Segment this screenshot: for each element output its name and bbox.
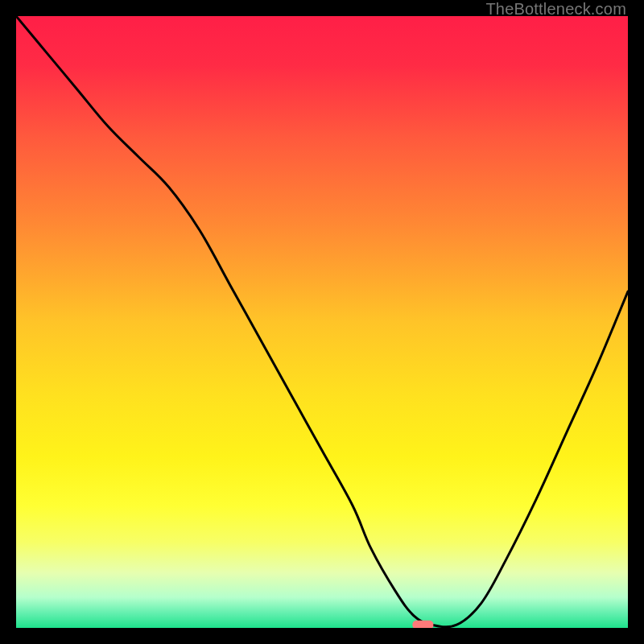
chart-frame: TheBottleneck.com — [0, 0, 644, 644]
plot-area — [16, 16, 628, 628]
heatmap-background — [16, 16, 628, 628]
watermark-text: TheBottleneck.com — [485, 0, 626, 19]
bottleneck-chart — [16, 16, 628, 628]
optimal-marker — [412, 621, 433, 628]
